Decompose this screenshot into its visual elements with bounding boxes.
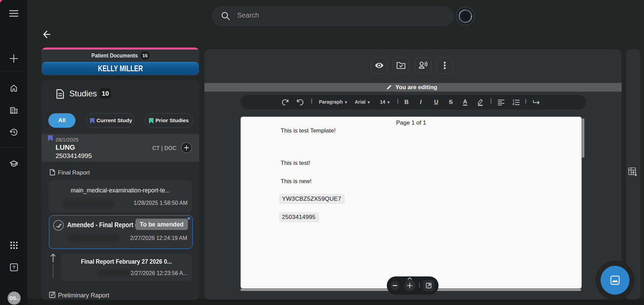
svg-text:?: ? (13, 265, 16, 270)
